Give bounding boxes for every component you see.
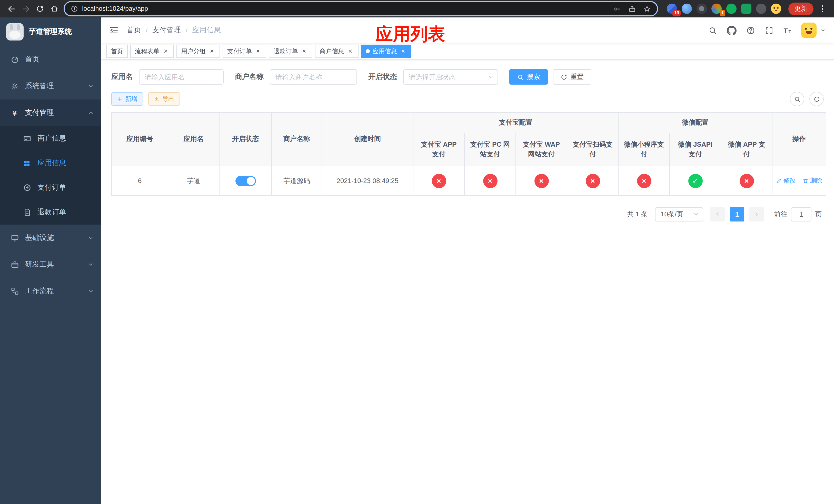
chevron-down-icon (88, 261, 94, 268)
toggle-search-button[interactable] (790, 92, 804, 106)
tab-app-info-active[interactable]: 应用信息 × (361, 45, 411, 58)
font-size-icon[interactable]: TT (783, 25, 793, 35)
browser-menu-icon[interactable] (816, 2, 828, 15)
page-size-value[interactable] (655, 207, 703, 222)
total-count-text: 共 1 条 (627, 210, 648, 219)
fullscreen-icon[interactable] (765, 26, 773, 35)
yuan-icon: ¥ (10, 109, 19, 117)
cell-alipay-wap: × (516, 166, 567, 196)
tab-home[interactable]: 首页 (106, 45, 128, 58)
tab-merchant-info[interactable]: 商户信息 × (315, 45, 358, 58)
help-icon[interactable] (746, 26, 755, 35)
top-header: 首页 / 支付管理 / 应用信息 (101, 18, 834, 43)
browser-chrome: localhost:1024/pay/app 10 1 (0, 0, 834, 18)
merchant-name-input[interactable] (270, 69, 357, 85)
search-icon[interactable] (708, 26, 717, 35)
col-group-alipay-config: 支付宝配置 (413, 113, 618, 133)
next-page-button[interactable] (749, 207, 764, 222)
page-number-active[interactable]: 1 (730, 207, 744, 222)
share-icon[interactable] (628, 5, 636, 13)
site-info-icon[interactable] (71, 5, 78, 12)
password-key-icon[interactable] (613, 5, 621, 13)
delete-link[interactable]: 删除 (803, 176, 822, 185)
bookmark-star-icon[interactable] (643, 5, 651, 13)
page-size-select[interactable] (655, 207, 703, 222)
tab-label: 应用信息 (372, 47, 397, 55)
app-logo-row[interactable]: 芋道管理系统 (0, 18, 101, 46)
tab-close-icon[interactable]: × (162, 48, 169, 55)
back-icon[interactable] (4, 2, 19, 16)
forward-icon[interactable] (19, 2, 33, 16)
cell-wechat-jsapi: ✓ (670, 166, 721, 196)
sidebar-item-payment[interactable]: ¥ 支付管理 (0, 99, 101, 126)
edit-link[interactable]: 修改 (776, 176, 795, 185)
enabled-toggle[interactable] (235, 176, 256, 186)
export-button[interactable]: 导出 (148, 92, 180, 106)
cell-app-name: 芋道 (168, 166, 219, 196)
refund-doc-icon (23, 208, 31, 216)
prev-page-button[interactable] (710, 207, 725, 222)
merchant-name-label: 商户名称 (235, 72, 264, 82)
sidebar-item-pay-order[interactable]: 支付订单 (0, 175, 101, 200)
refresh-table-button[interactable] (809, 92, 824, 106)
sidebar-item-label: 基础设施 (25, 233, 54, 243)
tab-process-form[interactable]: 流程表单 × (130, 45, 174, 58)
sidebar-item-label: 支付管理 (25, 108, 54, 117)
user-menu-caret-icon[interactable] (820, 27, 826, 33)
pagination: 共 1 条 1 前往 (111, 207, 824, 222)
address-bar[interactable]: localhost:1024/pay/app (65, 2, 657, 15)
extension-icon[interactable]: 1 (711, 4, 722, 14)
sidebar-item-refund-order[interactable]: 退款订单 (0, 200, 101, 225)
sidebar-item-system[interactable]: 系统管理 (0, 73, 101, 99)
status-select[interactable] (403, 69, 498, 85)
tab-user-group[interactable]: 用户分组 × (176, 45, 220, 58)
sidebar-item-label: 首页 (25, 55, 40, 64)
tab-close-icon[interactable]: × (255, 48, 262, 55)
github-icon[interactable] (727, 25, 737, 35)
extension-icon[interactable]: 10 (667, 4, 677, 14)
svg-text:T: T (789, 29, 791, 34)
extension-icon[interactable] (726, 4, 737, 14)
goto-page-label: 前往 (774, 210, 787, 219)
app-name-label: 应用名 (111, 72, 133, 82)
sidebar-item-infrastructure[interactable]: 基础设施 (0, 225, 101, 251)
tab-bar: 首页 流程表单 × 用户分组 × 支付订单 × 退款订单 × (101, 43, 834, 60)
goto-page-input[interactable] (791, 207, 811, 222)
channel-status-badge: × (637, 174, 651, 188)
extension-icon[interactable] (682, 4, 692, 14)
export-button-label: 导出 (162, 95, 174, 103)
sidebar-item-app-info[interactable]: 应用信息 (0, 151, 101, 175)
browser-profile-avatar[interactable] (771, 4, 781, 14)
reset-button[interactable]: 重置 (553, 69, 591, 85)
channel-status-badge: × (534, 174, 549, 188)
tab-refund-order[interactable]: 退款订单 × (269, 45, 312, 58)
extension-icon[interactable] (697, 4, 707, 14)
extension-icon[interactable] (741, 4, 751, 14)
sidebar-item-dev-tools[interactable]: 研发工具 (0, 251, 101, 278)
breadcrumb-item[interactable]: 首页 (127, 26, 141, 35)
reload-icon[interactable] (33, 2, 47, 16)
channel-status-badge: × (586, 174, 600, 188)
app-name-input[interactable] (139, 69, 224, 85)
tab-close-icon[interactable]: × (208, 48, 215, 55)
browser-update-button[interactable]: 更新 (788, 2, 813, 15)
pay-order-icon (23, 183, 31, 192)
sidebar-item-workflow[interactable]: 工作流程 (0, 278, 101, 304)
tab-pay-order[interactable]: 支付订单 × (223, 45, 266, 58)
channel-status-badge: × (739, 174, 754, 188)
collapse-sidebar-icon[interactable] (109, 26, 118, 35)
tab-label: 退款订单 (273, 47, 298, 55)
user-avatar[interactable] (801, 23, 816, 38)
home-icon[interactable] (47, 2, 62, 16)
sidebar-item-home[interactable]: 首页 (0, 46, 101, 73)
breadcrumb-item[interactable]: 支付管理 (152, 26, 181, 35)
search-button[interactable]: 搜索 (509, 69, 548, 85)
cell-created: 2021-10-23 08:49:25 (322, 166, 413, 196)
tab-close-icon[interactable]: × (301, 48, 308, 55)
sidebar-item-merchant-info[interactable]: 商户信息 (0, 126, 101, 151)
tab-close-icon[interactable]: × (347, 48, 354, 55)
add-button[interactable]: 新增 (111, 92, 143, 106)
extension-icon[interactable] (756, 4, 766, 14)
sidebar: 芋道管理系统 首页 系统管理 ¥ 支付管理 (0, 18, 101, 504)
tab-close-icon[interactable]: × (399, 48, 407, 55)
